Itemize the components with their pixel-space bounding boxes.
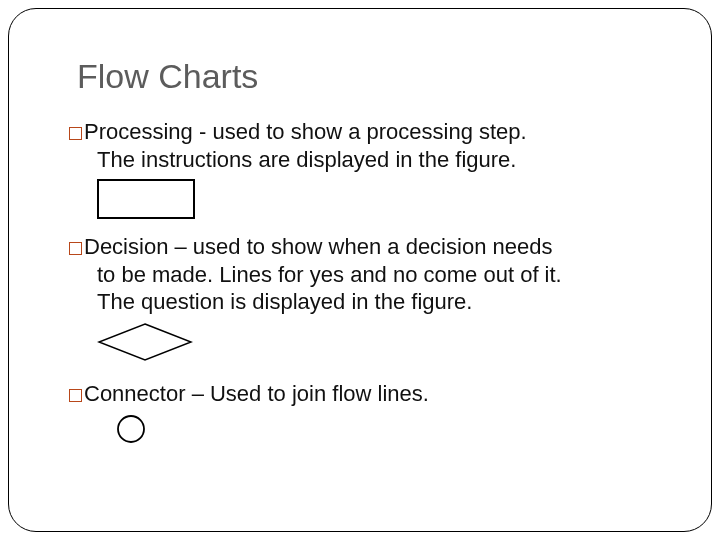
diamond-icon <box>97 322 193 362</box>
cont-line: to be made. Lines for yes and no come ou… <box>69 261 663 289</box>
cont-line: The instructions are displayed in the fi… <box>69 146 663 174</box>
item-processing: Processing - used to show a processing s… <box>69 118 663 219</box>
def: used to show when a decision needs <box>193 234 553 259</box>
circle-icon <box>115 413 147 445</box>
svg-point-1 <box>118 416 144 442</box>
sep: - <box>193 119 213 144</box>
bullet-square-icon <box>69 127 82 140</box>
bullet-square-icon <box>69 389 82 402</box>
cont-line: The question is displayed in the figure. <box>69 288 663 316</box>
bullet-line: Processing - used to show a processing s… <box>69 118 663 146</box>
bullet-square-icon <box>69 242 82 255</box>
rectangle-icon <box>97 179 195 219</box>
bullet-line: Connector – Used to join flow lines. <box>69 380 663 408</box>
term: Connector <box>84 381 186 406</box>
shape-processing <box>69 179 663 219</box>
def: used to show a processing step. <box>212 119 526 144</box>
sep: – <box>168 234 192 259</box>
shape-connector <box>69 413 663 449</box>
page-title: Flow Charts <box>77 57 663 96</box>
sep: – <box>186 381 210 406</box>
svg-marker-0 <box>99 324 191 360</box>
term: Decision <box>84 234 168 259</box>
item-connector: Connector – Used to join flow lines. <box>69 380 663 450</box>
item-decision: Decision – used to show when a decision … <box>69 233 663 366</box>
shape-decision <box>69 322 663 366</box>
term: Processing <box>84 119 193 144</box>
slide-frame: Flow Charts Processing - used to show a … <box>8 8 712 532</box>
def: Used to join flow lines. <box>210 381 429 406</box>
bullet-line: Decision – used to show when a decision … <box>69 233 663 261</box>
